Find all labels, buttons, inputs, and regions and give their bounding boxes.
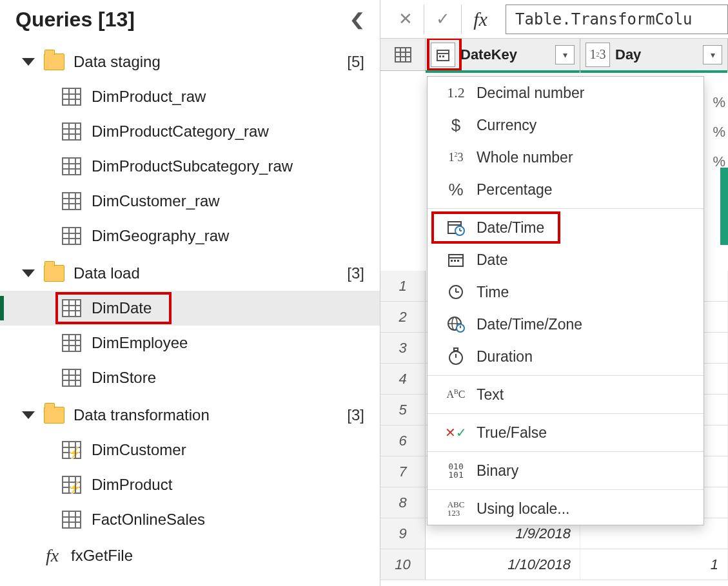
type-label: Date/Time: [477, 219, 544, 237]
column-type-button[interactable]: [431, 43, 455, 67]
cancel-formula-button[interactable]: ✕: [387, 5, 424, 34]
group-count: [5]: [347, 53, 364, 71]
svg-rect-18: [457, 260, 459, 262]
query-item[interactable]: DimEmployee: [0, 326, 380, 360]
column-header-day[interactable]: 123 Day ▾: [580, 39, 728, 70]
query-item[interactable]: DimProductSubcategory_raw: [0, 149, 380, 184]
column-filter-dropdown[interactable]: ▾: [555, 45, 575, 64]
type-icon: $: [442, 115, 470, 135]
type-icon: ABC: [442, 389, 470, 400]
column-quality-bar: [426, 70, 580, 73]
row-number: 2: [380, 302, 426, 332]
column-header-datekey[interactable]: DateKey ▾: [426, 39, 580, 70]
type-label: Date: [477, 251, 508, 269]
column-filter-dropdown[interactable]: ▾: [703, 45, 722, 64]
svg-rect-29: [454, 348, 458, 351]
type-label: Whole number: [477, 149, 573, 166]
table-icon: [62, 227, 81, 245]
row-number: 8: [380, 487, 426, 518]
table-icon: [62, 157, 81, 175]
query-label: DimGeography_raw: [92, 227, 229, 245]
group-data-load: Data load [3] DimDate DimEmployee DimSto…: [0, 255, 380, 396]
type-icon: ✕✓: [442, 425, 470, 440]
fx-icon: fx: [43, 545, 62, 566]
type-menu-item-date[interactable]: Date: [428, 244, 703, 276]
query-label: FactOnlineSales: [92, 511, 205, 529]
type-menu-item-whole-number[interactable]: 123Whole number: [428, 141, 703, 173]
query-item[interactable]: DimStore: [0, 360, 380, 395]
table-row[interactable]: 101/10/20181: [380, 549, 728, 580]
folder-icon: [44, 54, 64, 70]
type-label: Currency: [477, 117, 536, 134]
type-menu-item-binary[interactable]: 010101Binary: [428, 454, 703, 487]
type-menu-item-duration[interactable]: Duration: [428, 340, 703, 373]
group-label: Data staging: [74, 53, 347, 71]
type-menu-item-percentage[interactable]: %Percentage: [428, 173, 703, 206]
type-menu-item-using-locale-[interactable]: ABC123Using locale...: [428, 493, 703, 525]
query-label: DimCustomer_raw: [92, 192, 220, 210]
expand-caret-icon: [22, 411, 35, 419]
column-type-button[interactable]: 123: [585, 43, 610, 67]
row-number: 9: [380, 518, 426, 549]
type-menu-item-time[interactable]: Time: [428, 276, 703, 308]
calendar-icon: [436, 48, 450, 62]
group-header-data-load[interactable]: Data load [3]: [0, 256, 380, 291]
query-label: DimProductSubcategory_raw: [92, 157, 293, 175]
sidebar-header: Queries [13] ❮: [0, 8, 380, 43]
query-item[interactable]: DimProduct_raw: [0, 79, 380, 114]
group-header-data-transformation[interactable]: Data transformation [3]: [0, 398, 380, 433]
row-number: 5: [380, 395, 426, 425]
query-item[interactable]: ⚡ DimCustomer: [0, 433, 380, 467]
group-label: Data transformation: [74, 406, 347, 424]
group-data-transformation: Data transformation [3] ⚡ DimCustomer ⚡ …: [0, 396, 380, 538]
query-label: DimStore: [92, 369, 156, 387]
column-quality-bar: [580, 70, 727, 73]
cell-datekey[interactable]: 1/10/2018: [426, 549, 580, 580]
column-name: Day: [615, 46, 699, 63]
type-label: Binary: [477, 462, 518, 480]
lightning-icon: ⚡: [68, 482, 81, 494]
row-number: 10: [380, 549, 426, 580]
table-icon: [62, 122, 81, 141]
formula-input[interactable]: Table.TransformColu: [506, 5, 728, 34]
type-icon: 123: [442, 151, 470, 164]
formula-bar: ✕ ✓ fx Table.TransformColu: [380, 0, 728, 39]
query-label: fxGetFile: [71, 547, 133, 565]
menu-separator: [428, 375, 703, 376]
lightning-icon: ⚡: [68, 447, 81, 459]
function-item[interactable]: fx fxGetFile: [0, 538, 380, 573]
commit-formula-button[interactable]: ✓: [424, 5, 462, 34]
menu-separator: [428, 413, 703, 414]
cell-day[interactable]: 1: [580, 549, 728, 580]
type-menu-item-true-false[interactable]: ✕✓True/False: [428, 416, 703, 449]
group-data-staging: Data staging [5] DimProduct_raw DimProdu…: [0, 43, 380, 255]
query-item[interactable]: DimCustomer_raw: [0, 184, 380, 219]
table-corner-icon[interactable]: [380, 39, 426, 70]
table-icon: [62, 192, 81, 210]
table-icon: ⚡: [62, 476, 81, 494]
type-label: Text: [477, 386, 504, 404]
type-menu-item-date-time[interactable]: Date/Time: [428, 211, 703, 244]
expand-caret-icon: [22, 58, 35, 66]
type-label: Duration: [477, 348, 533, 366]
query-item[interactable]: ⚡ DimProduct: [0, 467, 380, 502]
table-icon: [62, 369, 81, 387]
type-menu-item-date-time-zone[interactable]: Date/Time/Zone: [428, 308, 703, 340]
collapse-sidebar-chevron-icon[interactable]: ❮: [349, 10, 366, 30]
row-number: 4: [380, 364, 426, 394]
type-menu-item-currency[interactable]: $Currency: [428, 109, 703, 141]
type-menu-item-text[interactable]: ABCText: [428, 378, 703, 411]
menu-separator: [428, 489, 703, 490]
type-menu-item-decimal-number[interactable]: 1.2Decimal number: [428, 77, 703, 109]
query-label: DimProduct_raw: [92, 88, 206, 106]
query-item[interactable]: DimProductCategory_raw: [0, 114, 380, 149]
query-item[interactable]: FactOnlineSales: [0, 502, 380, 537]
query-item-dimdate[interactable]: DimDate: [0, 291, 380, 326]
svg-rect-17: [454, 260, 456, 262]
group-count: [3]: [347, 406, 364, 424]
main-panel: ✕ ✓ fx Table.TransformColu DateKey ▾ 123…: [380, 0, 728, 586]
column-name: DateKey: [460, 46, 551, 63]
query-item[interactable]: DimGeography_raw: [0, 219, 380, 253]
group-label: Data load: [74, 264, 347, 282]
group-header-data-staging[interactable]: Data staging [5]: [0, 44, 380, 79]
